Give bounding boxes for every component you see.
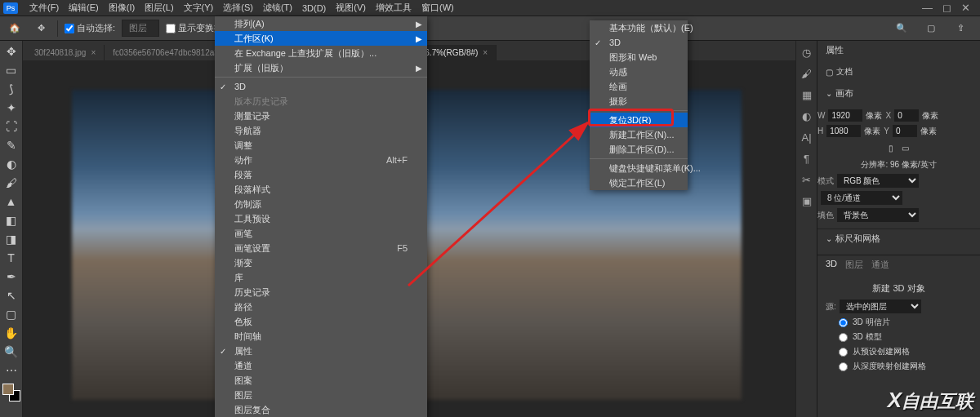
marquee-tool[interactable]: ▭ [2, 61, 21, 79]
submenu-item[interactable]: 新建工作区(N)... [590, 127, 688, 142]
3d-tab[interactable]: 3D [826, 259, 837, 271]
menu-item[interactable]: 色板 [215, 314, 427, 329]
menu-filter[interactable]: 滤镜(T) [258, 2, 297, 14]
menu-item[interactable]: 通道 [215, 358, 427, 373]
orientation-portrait-icon[interactable]: ▯ [889, 144, 893, 153]
layers-tab[interactable]: 图层 [845, 259, 863, 271]
wand-tool[interactable]: ✦ [2, 99, 21, 117]
fill-select[interactable]: 背景色 [837, 208, 919, 222]
menu-window[interactable]: 窗口(W) [416, 2, 459, 14]
width-input[interactable] [828, 109, 862, 122]
home-icon[interactable]: 🏠 [5, 19, 24, 38]
submenu-item[interactable]: 动感 [590, 64, 688, 79]
submenu-item[interactable]: 图形和 Web [590, 50, 688, 64]
lasso-tool[interactable]: ⟆ [2, 80, 21, 98]
menu-item[interactable]: 工具预设 [215, 211, 427, 226]
menu-item[interactable]: 在 Exchange 上查找扩展（旧版）... [215, 46, 427, 60]
submenu-item[interactable]: 摄影 [590, 94, 688, 109]
height-input[interactable] [826, 125, 861, 137]
maximize-icon[interactable]: ◻ [942, 2, 951, 14]
close-tab-icon[interactable]: × [483, 48, 488, 57]
menu-item[interactable]: 工作区(K)▶ [215, 31, 427, 46]
auto-select-checkbox[interactable]: 自动选择: [65, 22, 115, 34]
zoom-tool[interactable]: 🔍 [2, 343, 21, 361]
canvas-section[interactable]: 画布 [817, 84, 980, 103]
eraser-tool[interactable]: ◧ [2, 211, 21, 229]
character-panel-icon[interactable]: A| [799, 129, 815, 145]
menu-item[interactable]: 扩展（旧版）▶ [215, 60, 427, 75]
edit-toolbar[interactable]: ⋯ [2, 362, 21, 379]
3d-depth-radio[interactable]: 从深度映射创建网格 [826, 359, 972, 374]
move-tool[interactable]: ✥ [2, 42, 21, 60]
move-tool-icon[interactable]: ✥ [31, 19, 51, 38]
properties-tab[interactable]: 属性 [817, 41, 980, 60]
minimize-icon[interactable]: — [922, 2, 933, 14]
pen-tool[interactable]: ✒ [2, 268, 21, 286]
menu-item[interactable]: 画笔 [215, 226, 427, 241]
menu-item[interactable]: 动作Alt+F [215, 153, 427, 167]
menu-item[interactable]: 版本历史记录 [215, 94, 427, 109]
menu-item[interactable]: 历史记录 [215, 285, 427, 299]
search-icon[interactable]: 🔍 [892, 19, 911, 38]
crop-tool[interactable]: ⛶ [2, 118, 21, 135]
hand-tool[interactable]: ✋ [2, 324, 21, 342]
menu-item[interactable]: 渐变 [215, 255, 427, 270]
menu-3d[interactable]: 3D(D) [297, 3, 331, 13]
menu-select[interactable]: 选择(S) [218, 2, 258, 14]
mode-select[interactable]: RGB 颜色 [837, 174, 919, 188]
submenu-item[interactable]: 基本功能（默认）(E) [590, 20, 688, 35]
submenu-item[interactable]: 绘画 [590, 79, 688, 94]
3d-model-radio[interactable]: 3D 模型 [826, 330, 972, 344]
submenu-item[interactable]: 删除工作区(D)... [590, 142, 688, 157]
menu-plugins[interactable]: 增效工具 [371, 2, 416, 14]
menu-item[interactable]: 段落样式 [215, 182, 427, 197]
tools-panel-icon[interactable]: ✂ [799, 171, 815, 188]
menu-item[interactable]: ✓属性 [215, 344, 427, 358]
heal-tool[interactable]: ◐ [2, 155, 21, 173]
path-tool[interactable]: ↖ [2, 286, 21, 304]
menu-item[interactable]: 调整 [215, 138, 427, 153]
menu-layer[interactable]: 图层(L) [140, 2, 178, 14]
x-input[interactable] [894, 109, 919, 122]
share-icon[interactable]: ⇪ [951, 19, 970, 38]
orientation-landscape-icon[interactable]: ▭ [902, 144, 909, 153]
swatches-panel-icon[interactable]: ▦ [799, 87, 815, 103]
adjustments-panel-icon[interactable]: ◐ [799, 108, 815, 124]
menu-item[interactable]: 图层复合 [215, 402, 427, 417]
eyedropper-tool[interactable]: ✎ [2, 136, 21, 154]
menu-item[interactable]: 图层 [215, 388, 427, 402]
menu-item[interactable]: 段落 [215, 167, 427, 182]
type-tool[interactable]: T [2, 249, 21, 267]
menu-item[interactable]: ✓3D [215, 79, 427, 94]
menu-item[interactable]: 排列(A)▶ [215, 16, 427, 31]
menu-item[interactable]: 图案 [215, 373, 427, 388]
stamp-tool[interactable]: ▲ [2, 193, 21, 211]
menu-item[interactable]: 导航器 [215, 123, 427, 138]
menu-item[interactable]: 画笔设置F5 [215, 241, 427, 255]
doc-tab[interactable]: 30f240818.jpg× [26, 45, 105, 60]
3d-postcard-radio[interactable]: 3D 明信片 [826, 315, 972, 330]
gradient-tool[interactable]: ◨ [2, 230, 21, 248]
channels-tab[interactable]: 通道 [871, 259, 889, 271]
workspace-icon[interactable]: ▢ [921, 19, 941, 38]
history-panel-icon[interactable]: ◷ [799, 44, 815, 60]
menu-item[interactable]: 路径 [215, 299, 427, 314]
auto-select-dropdown[interactable]: 图层 [122, 20, 159, 37]
brush-tool[interactable]: 🖌 [2, 174, 21, 192]
paragraph-panel-icon[interactable]: ¶ [799, 150, 815, 166]
menu-item[interactable]: 仿制源 [215, 197, 427, 211]
source-select[interactable]: 选中的图层 [840, 299, 921, 313]
menu-image[interactable]: 图像(I) [104, 2, 140, 14]
shape-tool[interactable]: ▢ [2, 305, 21, 323]
submenu-item[interactable]: 复位3D(R) [590, 113, 688, 127]
color-swatch[interactable] [2, 384, 20, 401]
3d-preset-radio[interactable]: 从预设创建网格 [826, 344, 972, 359]
menu-type[interactable]: 文字(Y) [179, 2, 219, 14]
depth-select[interactable]: 8 位/通道 [821, 191, 902, 205]
rulers-section[interactable]: 标尺和网格 [817, 229, 980, 248]
menu-file[interactable]: 文件(F) [24, 2, 64, 14]
submenu-item[interactable]: ✓3D [590, 35, 688, 50]
menu-item[interactable]: 测量记录 [215, 109, 427, 123]
y-input[interactable] [893, 125, 917, 137]
menu-view[interactable]: 视图(V) [331, 2, 371, 14]
